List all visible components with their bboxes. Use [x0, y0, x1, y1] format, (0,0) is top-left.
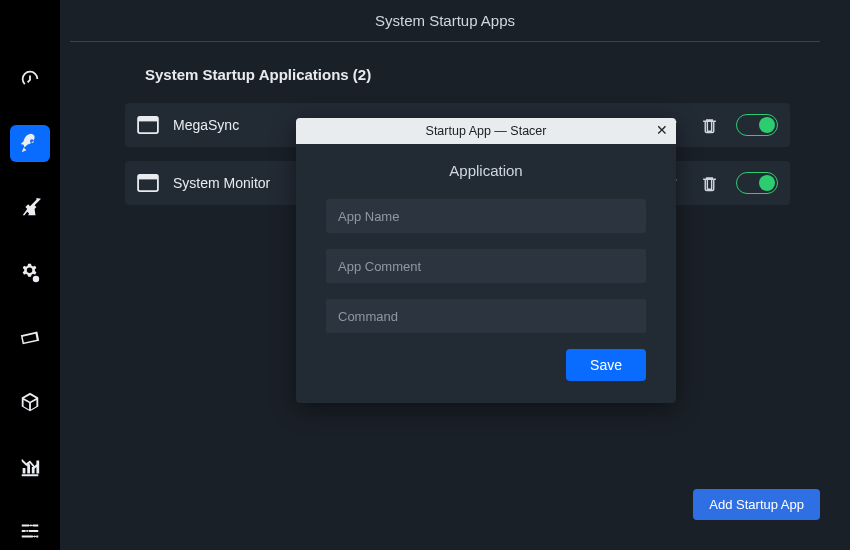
- sidebar-item-system-cleaner[interactable]: [10, 189, 50, 227]
- svg-rect-3: [138, 175, 158, 180]
- enable-toggle[interactable]: [736, 172, 778, 194]
- app-name-field[interactable]: [326, 199, 646, 233]
- add-app-dialog: Startup App — Stacer ✕ Application Save: [296, 118, 676, 403]
- sidebar-item-resources[interactable]: [10, 448, 50, 486]
- dialog-title: Startup App — Stacer: [426, 124, 547, 138]
- command-field[interactable]: [326, 299, 646, 333]
- sidebar-item-uninstaller[interactable]: [10, 383, 50, 421]
- sidebar-item-settings[interactable]: [10, 512, 50, 550]
- window-icon: [137, 116, 159, 134]
- dialog-titlebar: Startup App — Stacer ✕: [296, 118, 676, 144]
- sidebar-item-processes[interactable]: [10, 319, 50, 357]
- add-startup-app-button[interactable]: Add Startup App: [693, 489, 820, 520]
- section-title: System Startup Applications (2): [145, 66, 820, 83]
- svg-rect-1: [138, 117, 158, 122]
- dialog-body: Application Save: [296, 144, 676, 403]
- close-icon[interactable]: ✕: [656, 122, 668, 138]
- toggle-knob: [759, 117, 775, 133]
- app-comment-field[interactable]: [326, 249, 646, 283]
- sliders-icon: [19, 520, 41, 542]
- divider: [70, 41, 820, 42]
- rocket-icon: [19, 132, 41, 154]
- enable-toggle[interactable]: [736, 114, 778, 136]
- main-content: System Startup Apps System Startup Appli…: [60, 0, 850, 550]
- sidebar-item-dashboard[interactable]: [10, 60, 50, 98]
- sidebar-item-services[interactable]: [10, 254, 50, 292]
- trash-icon: [701, 175, 718, 192]
- package-icon: [19, 391, 41, 413]
- toggle-knob: [759, 175, 775, 191]
- sidebar: [0, 0, 60, 550]
- gears-icon: [19, 262, 41, 284]
- delete-button[interactable]: [696, 112, 722, 138]
- sidebar-item-startup-apps[interactable]: [10, 125, 50, 163]
- broom-icon: [19, 197, 41, 219]
- delete-button[interactable]: [696, 170, 722, 196]
- dialog-subtitle: Application: [326, 162, 646, 179]
- chart-icon: [19, 456, 41, 478]
- page-title: System Startup Apps: [70, 0, 820, 41]
- gauge-icon: [19, 68, 41, 90]
- cards-icon: [19, 326, 41, 348]
- window-icon: [137, 174, 159, 192]
- trash-icon: [701, 117, 718, 134]
- save-button[interactable]: Save: [566, 349, 646, 381]
